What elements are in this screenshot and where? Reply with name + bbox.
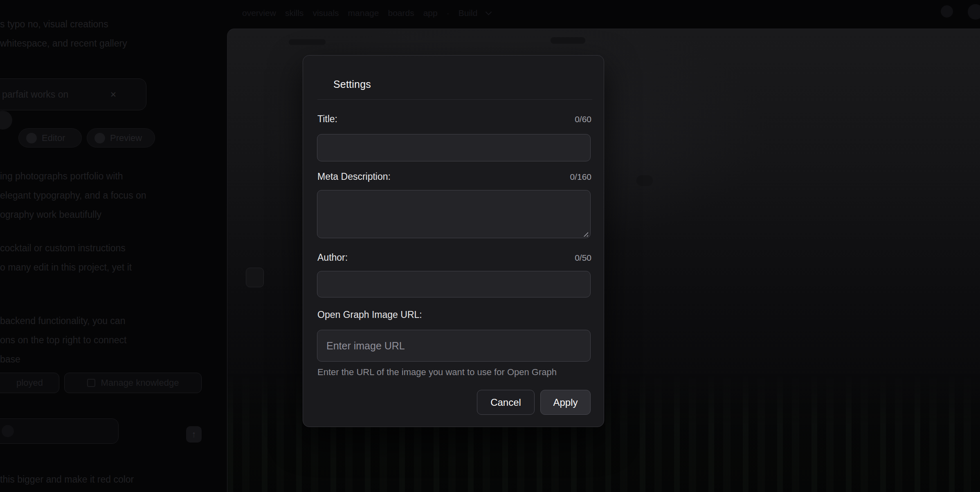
preview-nav-smudge: [289, 39, 326, 45]
close-icon[interactable]: ✕: [110, 90, 117, 99]
message-line: elegant typography, and a focus on: [0, 186, 146, 205]
topbar-token[interactable]: app: [423, 8, 438, 18]
apply-button[interactable]: Apply: [540, 390, 591, 415]
message-line: ons on the top right to connect: [0, 331, 126, 350]
topbar-token[interactable]: visuals: [312, 8, 339, 18]
manage-knowledge-button[interactable]: Manage knowledge: [64, 373, 202, 393]
attachment-chip[interactable]: parfait works on ✕: [0, 78, 146, 110]
chat-sidebar: s typo no, visual creations whitespace, …: [0, 0, 216, 492]
settings-modal: Settings Title: 0/60 Meta Description: 0…: [303, 55, 604, 427]
topbar-token[interactable]: manage: [348, 8, 379, 18]
manage-knowledge-label: Manage knowledge: [101, 378, 179, 388]
divider: [317, 99, 592, 100]
dot-separator: ·: [447, 8, 450, 18]
user-message: this bigger and make it red color: [0, 470, 134, 489]
author-input[interactable]: [317, 271, 591, 297]
message-line: ography work beautifully: [0, 205, 146, 224]
topbar-token[interactable]: overview: [242, 8, 276, 18]
message-line: cocktail or custom instructions: [0, 239, 132, 258]
message-line: whitespace, and recent gallery: [0, 34, 127, 53]
og-image-input[interactable]: [317, 330, 591, 362]
topbar-nav: overview skills visuals manage boards ap…: [242, 8, 491, 18]
chevron-down-icon: [486, 9, 492, 16]
title-counter: 0/60: [575, 114, 591, 124]
message-line: o many edit in this project, yet it: [0, 258, 132, 277]
knowledge-icon: [87, 379, 95, 387]
topbar-token[interactable]: skills: [285, 8, 304, 18]
title-input[interactable]: [317, 134, 591, 161]
modal-title: Settings: [333, 78, 371, 90]
build-menu[interactable]: Build: [459, 8, 478, 18]
cancel-button[interactable]: Cancel: [477, 390, 535, 415]
avatar[interactable]: [968, 4, 980, 20]
assistant-message: s typo no, visual creations whitespace, …: [0, 15, 127, 53]
deployed-button[interactable]: ployed: [0, 373, 59, 393]
topbar-token[interactable]: boards: [388, 8, 414, 18]
editor-icon: [26, 133, 37, 143]
avatar: [0, 111, 12, 130]
tab-preview-label: Preview: [110, 133, 142, 143]
send-icon: ↑: [192, 429, 196, 440]
preview-nav-smudge: [551, 37, 585, 44]
chat-input[interactable]: [0, 418, 119, 444]
message-line: base: [0, 350, 126, 369]
plus-icon[interactable]: [2, 425, 14, 437]
meta-description-input[interactable]: [317, 190, 591, 238]
meta-description-counter: 0/160: [570, 172, 591, 182]
assistant-message: ing photographs portfolio with elegant t…: [0, 167, 146, 224]
author-label: Author:: [317, 252, 348, 263]
message-line: ing photographs portfolio with: [0, 167, 146, 186]
message-line: backend functionality, you can: [0, 311, 126, 331]
attachment-chip-label: parfait works on: [2, 89, 68, 100]
author-counter: 0/50: [575, 253, 591, 263]
send-button[interactable]: ↑: [186, 426, 202, 443]
preview-blob: [636, 175, 653, 186]
notifications-icon[interactable]: [941, 5, 953, 18]
preview-floating-button: [246, 268, 264, 287]
og-image-helper-text: Enter the URL of the image you want to u…: [317, 367, 592, 378]
assistant-message: cocktail or custom instructions o many e…: [0, 239, 132, 277]
meta-description-label: Meta Description:: [317, 171, 391, 182]
tab-editor-label: Editor: [42, 133, 65, 143]
assistant-message: backend functionality, you can ons on th…: [0, 311, 126, 369]
preview-icon: [94, 133, 105, 143]
og-image-label: Open Graph Image URL:: [317, 309, 422, 320]
tab-preview[interactable]: Preview: [87, 128, 155, 148]
tab-editor[interactable]: Editor: [18, 128, 82, 148]
deployed-button-label: ployed: [16, 378, 43, 388]
title-label: Title:: [317, 114, 337, 125]
message-line: s typo no, visual creations: [0, 15, 127, 34]
